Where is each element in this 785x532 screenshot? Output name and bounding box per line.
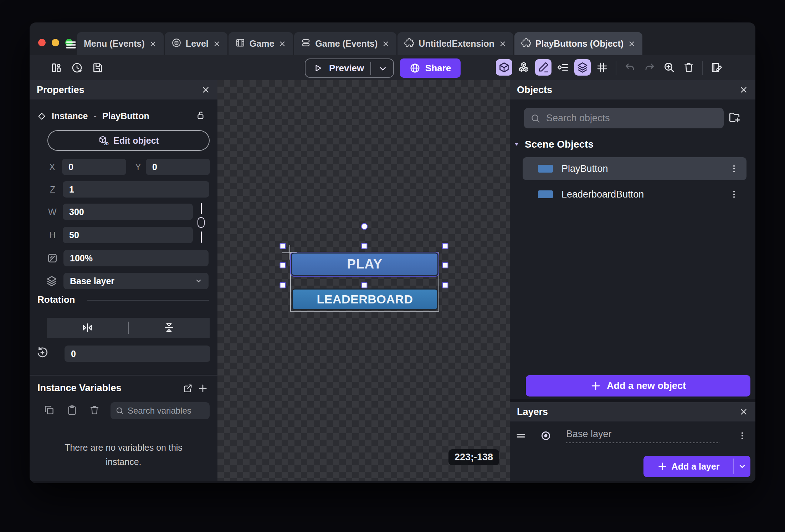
layer-name-field[interactable]: Base layer (566, 429, 719, 443)
toggle-panels-button[interactable] (48, 60, 65, 76)
x-input[interactable] (62, 159, 126, 175)
drag-handle-icon[interactable] (515, 430, 526, 441)
z-input[interactable] (63, 181, 209, 198)
tab-label: Game (Events) (315, 39, 378, 49)
resize-handle-top-right[interactable] (442, 243, 448, 249)
close-layers-button[interactable] (739, 407, 748, 416)
y-input[interactable] (146, 159, 210, 175)
x-label: X (49, 162, 62, 172)
share-button[interactable]: Share (400, 58, 461, 78)
rotation-handle[interactable] (361, 223, 368, 230)
height-input[interactable] (63, 227, 193, 243)
tab-close-icon[interactable] (278, 40, 286, 48)
globe-icon (410, 63, 420, 73)
toggle-layers-panel-button[interactable] (574, 59, 591, 76)
trash-icon (89, 405, 100, 415)
toggle-properties-panel-button[interactable] (535, 59, 551, 76)
instance-properties-button[interactable] (555, 59, 571, 76)
object-row-leaderboardbutton[interactable]: LeaderboardButton (523, 183, 746, 206)
delete-button[interactable] (681, 59, 697, 76)
opacity-input[interactable] (63, 250, 209, 266)
plus-icon (590, 380, 601, 391)
edit-object-button[interactable]: Edit object (47, 130, 210, 151)
width-input[interactable] (63, 204, 193, 220)
history-button[interactable] (69, 60, 85, 76)
edit-events-button[interactable] (708, 59, 725, 76)
resize-handle-bottom-center[interactable] (361, 282, 368, 288)
scene-objects-title: Scene Objects (525, 139, 594, 150)
redo-button[interactable] (641, 59, 658, 76)
variables-search-box[interactable] (111, 402, 210, 419)
objects-search-input[interactable] (546, 113, 703, 124)
main-area: Properties Instance - PlayButton Edit ob… (30, 80, 755, 481)
copy-variable-button[interactable] (44, 405, 55, 417)
resize-handle-middle-left[interactable] (280, 262, 286, 268)
tab-label: UntitledExtension (419, 39, 494, 49)
layer-select[interactable]: Base layer (63, 273, 209, 289)
tab-game-events[interactable]: Game (Events) (294, 32, 396, 55)
objects-search-box[interactable] (524, 108, 724, 128)
tab-menu-events[interactable]: Menu (Events) (77, 32, 164, 55)
caret-down-icon (513, 141, 520, 148)
tab-close-icon[interactable] (499, 40, 507, 48)
leaderboard-button-object[interactable]: LEADERBOARD (292, 288, 438, 310)
play-button-object[interactable]: PLAY (291, 252, 438, 276)
copy-icon (44, 405, 55, 415)
main-menu-button[interactable] (65, 39, 77, 48)
lock-aspect-ratio-toggle[interactable] (196, 203, 206, 243)
object-menu-button[interactable] (729, 164, 739, 173)
scene-canvas[interactable]: PLAY LEADERBOARD 223;-138 (217, 80, 510, 481)
close-properties-button[interactable] (201, 85, 210, 94)
tab-label: Game (250, 39, 274, 49)
resize-handle-middle-right[interactable] (442, 262, 448, 268)
layer-menu-button[interactable] (738, 431, 747, 440)
toggle-objects-panel-button[interactable] (496, 59, 512, 76)
save-button[interactable] (89, 60, 106, 76)
rotation-input[interactable] (65, 346, 210, 362)
preview-button[interactable]: Preview (305, 58, 394, 78)
flip-vertical-button[interactable] (129, 322, 210, 334)
object-menu-button[interactable] (729, 190, 739, 199)
delete-variable-button[interactable] (89, 405, 100, 417)
resize-handle-bottom-left[interactable] (280, 282, 286, 288)
layer-select-value: Base layer (70, 276, 114, 286)
window-close-button[interactable] (38, 39, 46, 46)
tab-untitled-extension[interactable]: UntitledExtension (397, 32, 513, 55)
variables-search-input[interactable] (128, 406, 199, 416)
open-variables-editor-button[interactable] (183, 383, 193, 395)
undo-button[interactable] (622, 59, 638, 76)
object-thumbnail (538, 190, 553, 198)
preview-options-button[interactable] (378, 64, 388, 75)
object-row-playbutton[interactable]: PlayButton (523, 157, 746, 180)
scene-objects-group[interactable]: Scene Objects (513, 139, 594, 150)
resize-handle-top-center[interactable] (361, 243, 368, 249)
add-variable-button[interactable] (198, 383, 208, 395)
tab-level[interactable]: Level (165, 32, 227, 55)
tab-game[interactable]: Game (229, 32, 293, 55)
add-layer-button[interactable]: Add a layer (643, 456, 733, 477)
layer-row-base-layer[interactable]: Base layer (510, 425, 755, 446)
toggle-grid-button[interactable] (594, 59, 610, 76)
close-objects-button[interactable] (739, 85, 748, 94)
lock-instance-button[interactable] (196, 110, 206, 122)
tab-close-icon[interactable] (628, 40, 636, 48)
tab-playbuttons-object[interactable]: PlayButtons (Object) (514, 32, 642, 55)
add-layer-options-button[interactable] (734, 456, 750, 477)
resize-handle-bottom-right[interactable] (442, 282, 448, 288)
layers-title: Layers (517, 406, 548, 418)
zoom-in-icon (663, 62, 675, 73)
add-folder-button[interactable] (728, 111, 741, 125)
zoom-button[interactable] (661, 59, 677, 76)
instances-list-button[interactable] (515, 59, 532, 76)
add-new-object-button[interactable]: Add a new object (526, 375, 750, 397)
window-minimize-button[interactable] (52, 39, 59, 46)
objects-header: Objects (510, 80, 755, 99)
flip-horizontal-button[interactable] (47, 322, 128, 334)
add-layer-split-button: Add a layer (643, 456, 750, 477)
tab-close-icon[interactable] (149, 40, 157, 48)
gdevelop-window: Menu (Events) Level Game Game (Events) (30, 22, 755, 483)
tab-close-icon[interactable] (213, 40, 221, 48)
layer-visibility-toggle[interactable] (540, 430, 551, 441)
paste-variable-button[interactable] (67, 405, 77, 417)
tab-close-icon[interactable] (382, 40, 390, 48)
